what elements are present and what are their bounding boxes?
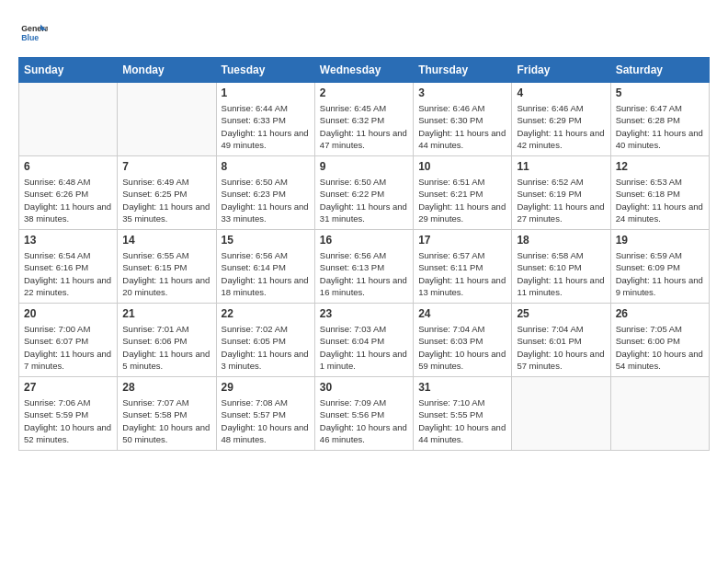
calendar-cell: 30Sunrise: 7:09 AM Sunset: 5:56 PM Dayli… (314, 377, 413, 451)
day-info: Sunrise: 6:57 AM Sunset: 6:11 PM Dayligh… (418, 249, 506, 298)
day-info: Sunrise: 6:45 AM Sunset: 6:32 PM Dayligh… (320, 102, 408, 151)
svg-text:Blue: Blue (21, 33, 39, 42)
day-number: 19 (616, 234, 704, 247)
day-number: 31 (418, 381, 506, 394)
calendar-cell: 18Sunrise: 6:58 AM Sunset: 6:10 PM Dayli… (512, 230, 610, 304)
day-number: 4 (517, 86, 605, 99)
calendar-cell: 25Sunrise: 7:04 AM Sunset: 6:01 PM Dayli… (512, 304, 610, 377)
day-number: 12 (616, 160, 704, 173)
day-number: 5 (616, 86, 704, 99)
calendar-cell: 21Sunrise: 7:01 AM Sunset: 6:06 PM Dayli… (118, 304, 216, 377)
weekday-header: Saturday (610, 58, 709, 83)
day-number: 20 (24, 307, 112, 320)
day-info: Sunrise: 7:02 AM Sunset: 6:05 PM Dayligh… (222, 323, 310, 372)
day-number: 7 (122, 160, 210, 173)
day-number: 28 (122, 381, 210, 394)
day-info: Sunrise: 6:56 AM Sunset: 6:13 PM Dayligh… (320, 249, 408, 298)
calendar-cell: 10Sunrise: 6:51 AM Sunset: 6:21 PM Dayli… (414, 156, 512, 230)
calendar-cell (118, 83, 216, 156)
day-info: Sunrise: 7:03 AM Sunset: 6:04 PM Dayligh… (320, 323, 408, 372)
day-info: Sunrise: 7:00 AM Sunset: 6:07 PM Dayligh… (24, 323, 112, 372)
weekday-header-row: SundayMondayTuesdayWednesdayThursdayFrid… (19, 58, 710, 83)
calendar-cell: 8Sunrise: 6:50 AM Sunset: 6:23 PM Daylig… (216, 156, 314, 230)
calendar-cell: 12Sunrise: 6:53 AM Sunset: 6:18 PM Dayli… (610, 156, 709, 230)
day-number: 3 (418, 86, 506, 99)
day-info: Sunrise: 6:46 AM Sunset: 6:29 PM Dayligh… (517, 102, 605, 151)
weekday-header: Tuesday (216, 58, 314, 83)
logo: General Blue (18, 18, 48, 48)
calendar-cell: 5Sunrise: 6:47 AM Sunset: 6:28 PM Daylig… (610, 83, 709, 156)
day-info: Sunrise: 7:01 AM Sunset: 6:06 PM Dayligh… (122, 323, 210, 372)
day-number: 16 (320, 234, 408, 247)
calendar-week-row: 27Sunrise: 7:06 AM Sunset: 5:59 PM Dayli… (19, 377, 710, 451)
day-number: 13 (24, 234, 112, 247)
calendar-cell: 11Sunrise: 6:52 AM Sunset: 6:19 PM Dayli… (512, 156, 610, 230)
calendar-cell: 1Sunrise: 6:44 AM Sunset: 6:33 PM Daylig… (216, 83, 314, 156)
logo-icon: General Blue (18, 18, 48, 48)
day-number: 22 (222, 307, 310, 320)
calendar-cell: 28Sunrise: 7:07 AM Sunset: 5:58 PM Dayli… (118, 377, 216, 451)
calendar-cell: 24Sunrise: 7:04 AM Sunset: 6:03 PM Dayli… (414, 304, 512, 377)
day-info: Sunrise: 6:49 AM Sunset: 6:25 PM Dayligh… (122, 176, 210, 224)
day-number: 8 (222, 160, 310, 173)
day-info: Sunrise: 7:04 AM Sunset: 6:03 PM Dayligh… (418, 323, 506, 372)
day-number: 15 (222, 234, 310, 247)
calendar-cell: 7Sunrise: 6:49 AM Sunset: 6:25 PM Daylig… (118, 156, 216, 230)
day-number: 17 (418, 234, 506, 247)
calendar-cell: 13Sunrise: 6:54 AM Sunset: 6:16 PM Dayli… (19, 230, 118, 304)
day-number: 24 (418, 307, 506, 320)
calendar-cell: 6Sunrise: 6:48 AM Sunset: 6:26 PM Daylig… (19, 156, 118, 230)
calendar-week-row: 20Sunrise: 7:00 AM Sunset: 6:07 PM Dayli… (19, 304, 710, 377)
day-info: Sunrise: 7:06 AM Sunset: 5:59 PM Dayligh… (24, 396, 112, 445)
calendar-week-row: 1Sunrise: 6:44 AM Sunset: 6:33 PM Daylig… (19, 83, 710, 156)
day-number: 30 (320, 381, 408, 394)
day-number: 25 (517, 307, 605, 320)
day-number: 29 (222, 381, 310, 394)
day-number: 6 (24, 160, 112, 173)
day-info: Sunrise: 7:09 AM Sunset: 5:56 PM Dayligh… (320, 396, 408, 445)
day-info: Sunrise: 7:07 AM Sunset: 5:58 PM Dayligh… (122, 396, 210, 445)
day-info: Sunrise: 6:50 AM Sunset: 6:22 PM Dayligh… (320, 176, 408, 224)
day-number: 26 (616, 307, 704, 320)
day-number: 27 (24, 381, 112, 394)
calendar-week-row: 13Sunrise: 6:54 AM Sunset: 6:16 PM Dayli… (19, 230, 710, 304)
calendar-cell: 27Sunrise: 7:06 AM Sunset: 5:59 PM Dayli… (19, 377, 118, 451)
calendar-cell (512, 377, 610, 451)
calendar-cell (19, 83, 118, 156)
day-info: Sunrise: 6:52 AM Sunset: 6:19 PM Dayligh… (517, 176, 605, 224)
calendar-cell: 17Sunrise: 6:57 AM Sunset: 6:11 PM Dayli… (414, 230, 512, 304)
day-info: Sunrise: 6:51 AM Sunset: 6:21 PM Dayligh… (418, 176, 506, 224)
day-info: Sunrise: 6:55 AM Sunset: 6:15 PM Dayligh… (122, 249, 210, 298)
day-number: 11 (517, 160, 605, 173)
day-number: 14 (122, 234, 210, 247)
calendar-cell: 3Sunrise: 6:46 AM Sunset: 6:30 PM Daylig… (414, 83, 512, 156)
day-info: Sunrise: 6:59 AM Sunset: 6:09 PM Dayligh… (616, 249, 704, 298)
day-info: Sunrise: 6:47 AM Sunset: 6:28 PM Dayligh… (616, 102, 704, 151)
day-info: Sunrise: 6:44 AM Sunset: 6:33 PM Dayligh… (222, 102, 310, 151)
day-info: Sunrise: 6:50 AM Sunset: 6:23 PM Dayligh… (222, 176, 310, 224)
calendar-cell: 4Sunrise: 6:46 AM Sunset: 6:29 PM Daylig… (512, 83, 610, 156)
day-info: Sunrise: 6:48 AM Sunset: 6:26 PM Dayligh… (24, 176, 112, 224)
day-number: 18 (517, 234, 605, 247)
day-number: 23 (320, 307, 408, 320)
calendar-cell: 26Sunrise: 7:05 AM Sunset: 6:00 PM Dayli… (610, 304, 709, 377)
day-number: 10 (418, 160, 506, 173)
weekday-header: Wednesday (314, 58, 413, 83)
calendar-week-row: 6Sunrise: 6:48 AM Sunset: 6:26 PM Daylig… (19, 156, 710, 230)
day-number: 2 (320, 86, 408, 99)
calendar-cell: 29Sunrise: 7:08 AM Sunset: 5:57 PM Dayli… (216, 377, 314, 451)
calendar-cell: 2Sunrise: 6:45 AM Sunset: 6:32 PM Daylig… (314, 83, 413, 156)
weekday-header: Thursday (414, 58, 512, 83)
day-info: Sunrise: 6:54 AM Sunset: 6:16 PM Dayligh… (24, 249, 112, 298)
calendar-cell: 9Sunrise: 6:50 AM Sunset: 6:22 PM Daylig… (314, 156, 413, 230)
calendar-cell: 15Sunrise: 6:56 AM Sunset: 6:14 PM Dayli… (216, 230, 314, 304)
day-number: 21 (122, 307, 210, 320)
calendar-cell: 19Sunrise: 6:59 AM Sunset: 6:09 PM Dayli… (610, 230, 709, 304)
day-number: 9 (320, 160, 408, 173)
calendar-cell: 20Sunrise: 7:00 AM Sunset: 6:07 PM Dayli… (19, 304, 118, 377)
day-info: Sunrise: 6:46 AM Sunset: 6:30 PM Dayligh… (418, 102, 506, 151)
calendar-cell: 31Sunrise: 7:10 AM Sunset: 5:55 PM Dayli… (414, 377, 512, 451)
day-info: Sunrise: 6:56 AM Sunset: 6:14 PM Dayligh… (222, 249, 310, 298)
weekday-header: Friday (512, 58, 610, 83)
day-info: Sunrise: 7:08 AM Sunset: 5:57 PM Dayligh… (222, 396, 310, 445)
